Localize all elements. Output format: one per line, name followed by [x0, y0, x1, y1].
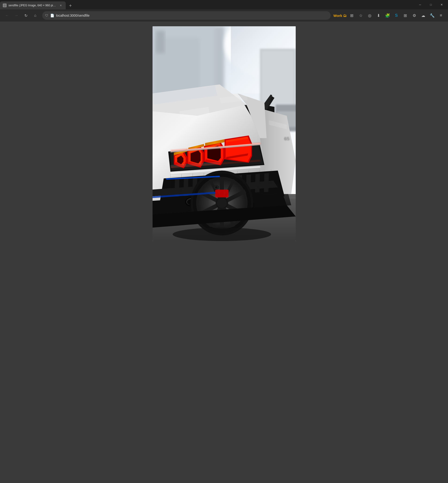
back-button[interactable]: ← [3, 11, 11, 20]
navigation-bar: ← → ↻ ⌂ 🛡 📄 localhost:3000/sendfile Work… [0, 9, 448, 22]
cloud-icon[interactable]: ☁ [419, 11, 427, 20]
svg-point-118 [173, 228, 271, 241]
favorites-icon[interactable]: ☆ [356, 11, 365, 20]
tab-title: sendfile (JPEG Image, 640 × 960 pixels) [8, 4, 57, 7]
work-button[interactable]: Work 🗂 [334, 14, 347, 18]
car-svg: 65 [152, 26, 296, 241]
car-image: 65 [152, 26, 296, 241]
active-tab[interactable]: 🖼 sendfile (JPEG Image, 640 × 960 pixels… [0, 1, 66, 9]
home-icon: ⌂ [34, 13, 36, 18]
refresh-button[interactable]: ↻ [22, 11, 30, 20]
menu-button[interactable]: ≡ [437, 11, 445, 20]
new-tab-button[interactable]: + [67, 2, 74, 9]
work-briefcase-icon: 🗂 [343, 14, 347, 18]
tab-strip: 🖼 sendfile (JPEG Image, 640 × 960 pixels… [0, 0, 414, 9]
svg-text:65: 65 [284, 136, 290, 141]
back-icon: ← [5, 13, 9, 18]
refresh-icon: ↻ [24, 13, 27, 18]
image-container: 65 [152, 26, 296, 241]
settings-icon[interactable]: ⚙ [410, 11, 418, 20]
home-button[interactable]: ⌂ [31, 11, 40, 20]
tab-close-button[interactable]: × [59, 3, 63, 8]
window-controls: ─ □ ✕ [414, 0, 448, 9]
skype-icon[interactable]: S [392, 11, 400, 20]
svg-rect-4 [156, 31, 165, 53]
minimize-button[interactable]: ─ [415, 0, 425, 9]
shield-icon: 🛡 [45, 14, 48, 17]
extension2-icon[interactable]: 🔧 [428, 11, 436, 20]
grid-apps-icon[interactable]: ⊞ [348, 11, 356, 20]
content-area: 65 [0, 22, 448, 483]
forward-icon: → [15, 13, 18, 18]
collections-icon[interactable]: ⊞ [401, 11, 409, 20]
forward-button[interactable]: → [12, 11, 21, 20]
maximize-button[interactable]: □ [425, 0, 436, 9]
tab-favicon: 🖼 [3, 4, 7, 7]
svg-rect-90 [215, 190, 228, 197]
close-button[interactable]: ✕ [436, 0, 447, 9]
title-bar: 🖼 sendfile (JPEG Image, 640 × 960 pixels… [0, 0, 448, 9]
toolbar-icons: ⊞ ☆ ◎ ⬇ 🧩 S ⊞ ⚙ ☁ 🔧 ≡ [348, 11, 445, 20]
extension1-icon[interactable]: 🧩 [383, 11, 392, 20]
document-icon: 📄 [50, 14, 54, 17]
svg-point-89 [217, 198, 227, 208]
svg-point-122 [215, 186, 217, 188]
download-icon[interactable]: ⬇ [374, 11, 383, 20]
address-text: localhost:3000/sendfile [56, 14, 328, 17]
pocket-icon[interactable]: ◎ [365, 11, 374, 20]
address-bar[interactable]: 🛡 📄 localhost:3000/sendfile [42, 11, 331, 20]
work-label: Work [334, 14, 342, 18]
